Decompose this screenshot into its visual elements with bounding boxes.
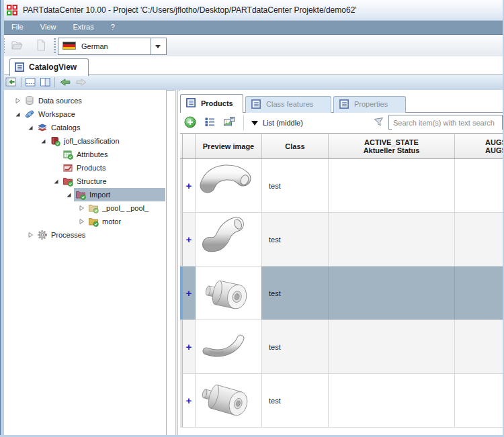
toolbar-grip: [54, 38, 56, 53]
tree-item-structure[interactable]: Structure: [4, 175, 166, 188]
tree-item-attributes[interactable]: Attributes: [4, 148, 166, 161]
tree-item-processes[interactable]: Processes: [4, 228, 166, 242]
add-item-icon[interactable]: [184, 116, 196, 128]
collapse-sidebar-icon[interactable]: [5, 77, 17, 88]
table-row[interactable]: + test: [180, 374, 504, 428]
menu-item-extras[interactable]: Extras: [66, 20, 101, 34]
column-header-augs[interactable]: AUGS AUGS: [455, 134, 504, 158]
active-state-cell: [329, 320, 455, 373]
menu-item-help[interactable]: ?: [103, 20, 122, 34]
tree-item-jofl-classification[interactable]: jofl_classification: [4, 134, 166, 148]
class-cell: test: [262, 213, 329, 266]
collapsed-arrow-icon[interactable]: [26, 231, 34, 239]
database-icon: [24, 95, 35, 106]
nav-back-icon[interactable]: [59, 77, 71, 88]
language-dropdown-arrow[interactable]: [151, 38, 166, 54]
products-table: Preview image Class ACTIVE_STATE Aktuell…: [180, 133, 504, 429]
view-icon: [251, 99, 261, 111]
active-state-cell: [329, 159, 455, 212]
tree-item-data-sources[interactable]: Data sources: [4, 94, 166, 107]
menu-item-file[interactable]: File: [4, 20, 31, 34]
expand-row-button[interactable]: +: [183, 266, 196, 320]
expand-row-button[interactable]: +: [183, 159, 196, 212]
tree-item-label: Processes: [51, 228, 85, 242]
menu-bar: File View Extras ?: [0, 20, 504, 35]
expand-row-button[interactable]: +: [183, 213, 196, 266]
menu-item-view[interactable]: View: [33, 20, 64, 34]
class-cell: test: [262, 266, 329, 320]
expanded-arrow-icon[interactable]: [65, 191, 73, 199]
active-state-cell: [329, 213, 455, 266]
search-input[interactable]: [392, 116, 502, 130]
window-title: PARTdataCenter 10.00 - Project 'C:/Users…: [23, 0, 357, 20]
language-selector[interactable]: German: [58, 38, 167, 55]
tree-item-label: Structure: [77, 175, 107, 188]
tab-class-features[interactable]: Class features: [245, 96, 331, 113]
tree-item-catalogs[interactable]: Catalogs: [4, 121, 166, 134]
tab-properties[interactable]: Properties: [333, 96, 406, 113]
expanded-arrow-icon[interactable]: [39, 137, 47, 145]
tree-item-products[interactable]: Products: [4, 161, 166, 175]
part-preview-image: [196, 320, 262, 373]
filter-icon[interactable]: [373, 116, 385, 128]
column-header-active-state[interactable]: ACTIVE_STATE Aktueller Status: [329, 134, 455, 158]
tree-item-label: Data sources: [38, 94, 82, 107]
expanded-arrow-icon[interactable]: [13, 110, 22, 118]
collapsed-arrow-icon[interactable]: [77, 217, 85, 226]
products-toolbar: List (middle): [180, 113, 504, 133]
tab-properties-label: Properties: [354, 97, 388, 112]
active-state-cell: [329, 266, 455, 320]
tab-catalogview[interactable]: CatalogView: [9, 58, 89, 76]
tab-class-features-label: Class features: [266, 97, 313, 112]
table-row-selected[interactable]: + test: [180, 266, 504, 320]
right-panel-tabs: Products Class features Properties: [180, 94, 504, 113]
nav-forward-icon[interactable]: [75, 77, 87, 88]
tree-item-label: Workspace: [38, 107, 75, 121]
active-state-cell: [329, 374, 455, 427]
view-icon: [186, 98, 196, 109]
augs-cell: [455, 320, 504, 373]
tree-item-label: jofl_classification: [64, 134, 120, 148]
table-row[interactable]: + test: [180, 213, 504, 266]
layout-horizontal-icon[interactable]: [25, 77, 37, 88]
table-header: Preview image Class ACTIVE_STATE Aktuell…: [180, 134, 504, 159]
pool-folder-icon: [88, 203, 99, 213]
part-preview-image: [196, 213, 262, 266]
tree-selection-highlight: [74, 188, 165, 201]
tree-item-pool[interactable]: _pool_ _pool_: [4, 201, 166, 215]
table-row[interactable]: + test: [180, 320, 504, 374]
main-toolbar: German: [0, 35, 504, 57]
workspace-icon: [24, 109, 35, 119]
expanded-arrow-icon[interactable]: [52, 177, 60, 185]
column-header-class[interactable]: Class: [262, 134, 329, 158]
tree-item-import[interactable]: Import: [4, 188, 166, 201]
part-preview-image: [196, 266, 262, 320]
language-selector-value: German: [81, 38, 108, 54]
image-export-icon[interactable]: [223, 116, 235, 128]
column-sublabel: Aktueller Status: [364, 146, 420, 154]
tree-item-label: _pool_ _pool_: [102, 201, 149, 215]
tree-item-motor[interactable]: motor: [4, 215, 166, 228]
column-label: Class: [285, 142, 304, 150]
expand-row-button[interactable]: +: [183, 320, 196, 373]
structure-folder-icon: [62, 176, 73, 187]
numbered-list-icon[interactable]: [204, 116, 216, 128]
layout-vertical-icon[interactable]: [40, 77, 52, 88]
collapsed-arrow-icon[interactable]: [13, 97, 22, 105]
tree-item-label: Import: [89, 188, 110, 201]
tab-products-label: Products: [201, 95, 233, 112]
column-header-preview[interactable]: Preview image: [196, 134, 262, 158]
new-document-icon[interactable]: [35, 39, 50, 52]
table-row[interactable]: + test: [180, 159, 504, 213]
tab-products[interactable]: Products: [180, 94, 243, 113]
open-project-icon[interactable]: [11, 39, 26, 52]
expand-row-button[interactable]: +: [183, 374, 196, 427]
augs-cell: [455, 266, 504, 320]
tree-item-label: Catalogs: [51, 121, 80, 134]
class-cell: test: [262, 374, 329, 427]
expanded-arrow-icon[interactable]: [26, 124, 34, 132]
collapsed-arrow-icon[interactable]: [77, 204, 85, 212]
view-mode-label: List (middle): [263, 116, 303, 130]
tree-item-workspace[interactable]: Workspace: [4, 107, 166, 121]
panel-splitter[interactable]: [175, 90, 179, 435]
